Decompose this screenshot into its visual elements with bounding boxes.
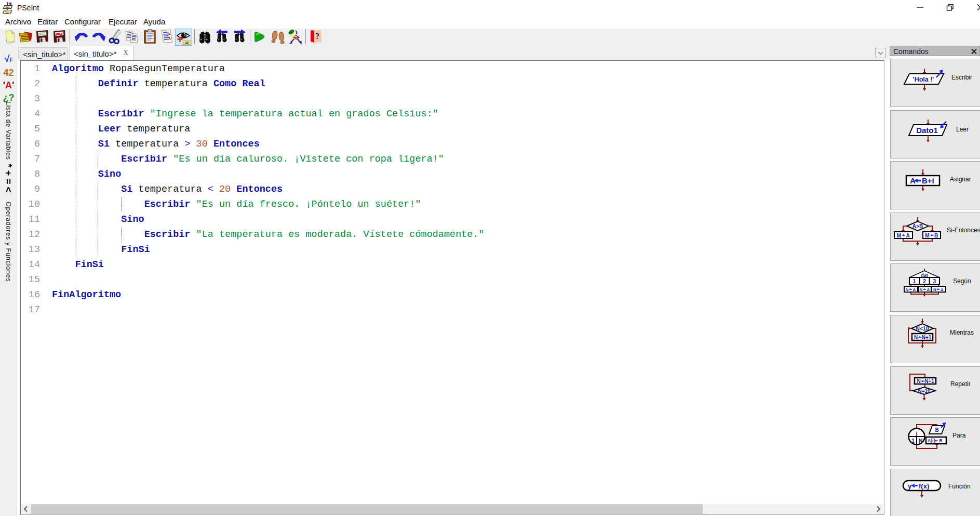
svg-text:A[i]: A[i] (928, 438, 935, 443)
svg-text:N+1: N+1 (922, 335, 932, 340)
svg-text:N<10: N<10 (916, 325, 929, 332)
svg-text:N: N (917, 378, 920, 384)
svg-text:j: j (916, 430, 918, 436)
svg-text:N=10: N=10 (918, 388, 931, 393)
svg-text:y: y (908, 482, 912, 490)
svg-text:2: 2 (923, 279, 926, 284)
svg-text:M: M (925, 232, 929, 238)
svg-text:A: A (941, 287, 944, 292)
svg-text:N: N (933, 287, 936, 292)
svg-text:N: N (914, 335, 918, 340)
svg-text:B: B (939, 438, 942, 443)
svg-text:1: 1 (911, 438, 915, 444)
svg-text:N: N (920, 287, 923, 292)
svg-text:3: 3 (933, 279, 936, 284)
svg-text:f(x): f(x) (919, 482, 929, 490)
svg-text:N: N (919, 438, 922, 444)
svg-text:B: B (934, 232, 938, 238)
svg-text:1: 1 (913, 279, 916, 284)
svg-text:A: A (913, 287, 916, 292)
svg-text:Dato1: Dato1 (916, 126, 938, 135)
svg-text:'Hola !': 'Hola !' (913, 76, 934, 83)
svg-text:A: A (927, 287, 930, 292)
svg-text:M: M (897, 232, 901, 238)
svg-text:A: A (906, 232, 909, 238)
svg-text:A>B: A>B (912, 223, 923, 229)
svg-text:B: B (935, 427, 938, 433)
svg-text:?: ? (315, 32, 319, 41)
svg-text:N: N (906, 287, 909, 292)
svg-text:B+i: B+i (922, 176, 934, 185)
svg-text:N+1: N+1 (924, 378, 934, 384)
